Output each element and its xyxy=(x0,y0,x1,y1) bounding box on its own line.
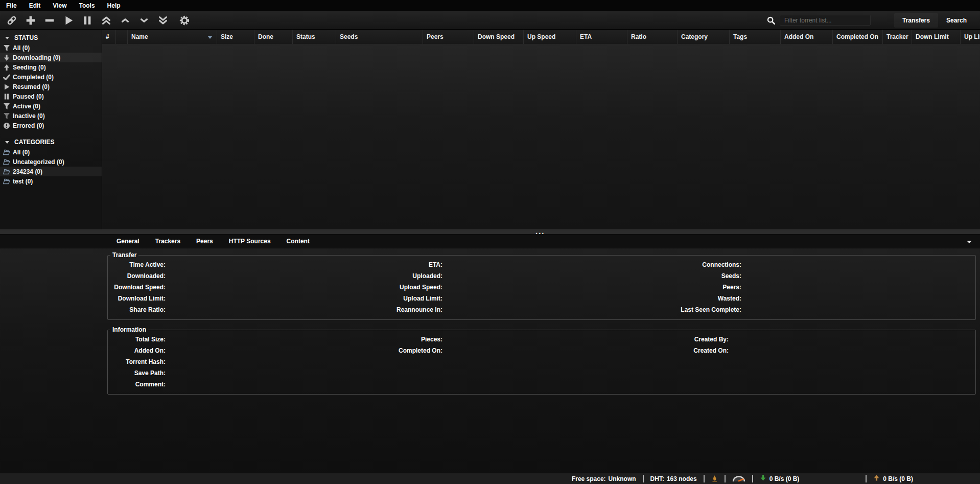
column-header-up-speed[interactable]: Up Speed xyxy=(524,30,576,44)
statusbar-divider xyxy=(704,475,705,482)
details-panel: Transfer Time Active: ETA: Connections: … xyxy=(0,248,980,473)
tab-general[interactable]: General xyxy=(116,238,139,245)
created-on-label: Created On: xyxy=(667,347,729,354)
categories-section-title: CATEGORIES xyxy=(14,139,54,146)
folder-open-icon xyxy=(3,168,10,175)
column-header-name[interactable]: Name xyxy=(128,30,217,44)
tab-peers[interactable]: Peers xyxy=(196,238,213,245)
options-button[interactable] xyxy=(178,14,191,27)
column-header-added-on[interactable]: Added On xyxy=(781,30,833,44)
completed-on-label: Completed On: xyxy=(380,347,442,354)
global-download-speed[interactable]: 0 B/s (0 B) xyxy=(760,474,800,483)
tab-trackers[interactable]: Trackers xyxy=(155,238,180,245)
sort-descending-icon xyxy=(207,36,213,39)
sidebar-item-category-234234[interactable]: 234234 (0) xyxy=(0,167,102,176)
column-header-peers[interactable]: Peers xyxy=(423,30,474,44)
torrent-table-body[interactable] xyxy=(102,44,980,229)
added-on-label: Added On: xyxy=(108,347,166,354)
menu-view[interactable]: View xyxy=(53,2,66,9)
column-header-size[interactable]: Size xyxy=(217,30,254,44)
sidebar-item-errored[interactable]: Errored (0) xyxy=(0,121,102,130)
column-header-category[interactable]: Category xyxy=(678,30,730,44)
filters-sidebar: STATUS All (0) Downloading (0) Seeding (… xyxy=(0,30,102,229)
free-space-value: Unknown xyxy=(609,475,636,482)
column-header-status[interactable]: Status xyxy=(293,30,336,44)
column-header-tags[interactable]: Tags xyxy=(730,30,781,44)
pause-button[interactable] xyxy=(81,14,94,27)
pieces-label: Pieces: xyxy=(380,336,442,343)
sidebar-item-completed[interactable]: Completed (0) xyxy=(0,72,102,82)
free-space: Free space: Unknown xyxy=(572,475,636,482)
column-header-ratio[interactable]: Ratio xyxy=(627,30,678,44)
menu-file[interactable]: File xyxy=(6,2,17,9)
transfer-legend: Transfer xyxy=(110,251,138,259)
move-top-button[interactable] xyxy=(100,14,113,27)
transfer-section: Transfer Time Active: ETA: Connections: … xyxy=(107,251,976,320)
menu-help[interactable]: Help xyxy=(107,2,121,9)
add-torrent-button[interactable] xyxy=(24,14,37,27)
column-header-done[interactable]: Done xyxy=(254,30,293,44)
panel-splitter[interactable]: ... xyxy=(0,229,980,235)
chevron-down-icon xyxy=(138,15,150,26)
menu-edit[interactable]: Edit xyxy=(29,2,41,9)
sidebar-item-inactive[interactable]: Inactive (0) xyxy=(0,111,102,121)
column-header-seeds[interactable]: Seeds xyxy=(336,30,423,44)
connections-label: Connections: xyxy=(667,261,741,268)
link-icon xyxy=(6,15,17,26)
tab-content[interactable]: Content xyxy=(287,238,310,245)
collapse-caret-icon xyxy=(5,37,9,39)
folder-open-icon xyxy=(3,158,10,166)
column-header-up-limit[interactable]: Up Limit xyxy=(961,30,980,44)
status-section-header[interactable]: STATUS xyxy=(0,33,102,43)
sidebar-item-downloading[interactable]: Downloading (0) xyxy=(0,53,102,62)
move-bottom-button[interactable] xyxy=(156,14,170,27)
downloaded-label: Downloaded: xyxy=(108,272,166,280)
sidebar-item-resumed[interactable]: Resumed (0) xyxy=(0,82,102,91)
column-header-number[interactable]: # xyxy=(102,30,116,44)
transfer-row: Time Active: ETA: Connections: xyxy=(108,259,975,270)
menubar: File Edit View Tools Help xyxy=(0,0,980,11)
information-row: Save Path: xyxy=(108,367,975,379)
chevron-down-icon[interactable] xyxy=(967,241,972,243)
filter-torrent-input[interactable] xyxy=(780,15,871,26)
sidebar-item-paused[interactable]: Paused (0) xyxy=(0,91,102,101)
upload-speed-label: Upload Speed: xyxy=(380,284,442,291)
tab-search[interactable]: Search xyxy=(938,13,975,28)
add-magnet-button[interactable] xyxy=(5,14,18,27)
sidebar-item-category-all[interactable]: All (0) xyxy=(0,147,102,157)
column-header-tracker[interactable]: Tracker xyxy=(883,30,912,44)
column-header-icon[interactable] xyxy=(116,30,128,44)
connection-status-icon[interactable] xyxy=(711,475,718,482)
alt-speed-gauge-icon[interactable] xyxy=(732,475,745,483)
sidebar-item-category-uncategorized[interactable]: Uncategorized (0) xyxy=(0,157,102,167)
menu-tools[interactable]: Tools xyxy=(79,2,95,9)
transfer-row: Download Limit: Upload Limit: Wasted: xyxy=(108,293,975,304)
move-up-button[interactable] xyxy=(119,14,132,27)
torrent-hash-label: Torrent Hash: xyxy=(108,358,166,365)
play-icon xyxy=(3,83,10,90)
resume-button[interactable] xyxy=(62,14,75,27)
categories-section-header[interactable]: CATEGORIES xyxy=(0,137,102,147)
information-row: Added On: Completed On: Created On: xyxy=(108,345,975,356)
chevron-up-icon xyxy=(120,15,131,26)
column-header-down-speed[interactable]: Down Speed xyxy=(474,30,524,44)
global-upload-speed[interactable]: 0 B/s (0 B) xyxy=(873,474,913,483)
tab-http-sources[interactable]: HTTP Sources xyxy=(229,238,271,245)
sidebar-item-seeding[interactable]: Seeding (0) xyxy=(0,62,102,72)
free-space-label: Free space: xyxy=(572,475,606,482)
delete-button[interactable] xyxy=(43,14,56,27)
upload-speed-value: 0 B/s (0 B) xyxy=(883,475,913,482)
information-legend: Information xyxy=(110,326,148,333)
move-down-button[interactable] xyxy=(137,14,151,27)
download-arrow-icon xyxy=(760,474,766,483)
column-header-completed-on[interactable]: Completed On xyxy=(833,30,883,44)
dht-value: 163 nodes xyxy=(667,475,697,482)
column-header-eta[interactable]: ETA xyxy=(576,30,627,44)
tab-transfers[interactable]: Transfers xyxy=(894,13,938,28)
sidebar-item-all-status[interactable]: All (0) xyxy=(0,43,102,53)
main-tabs: Transfers Search xyxy=(894,13,975,28)
column-header-down-limit[interactable]: Down Limit xyxy=(912,30,961,44)
uploaded-label: Uploaded: xyxy=(380,272,442,280)
sidebar-item-category-test[interactable]: test (0) xyxy=(0,176,102,186)
sidebar-item-active[interactable]: Active (0) xyxy=(0,101,102,111)
